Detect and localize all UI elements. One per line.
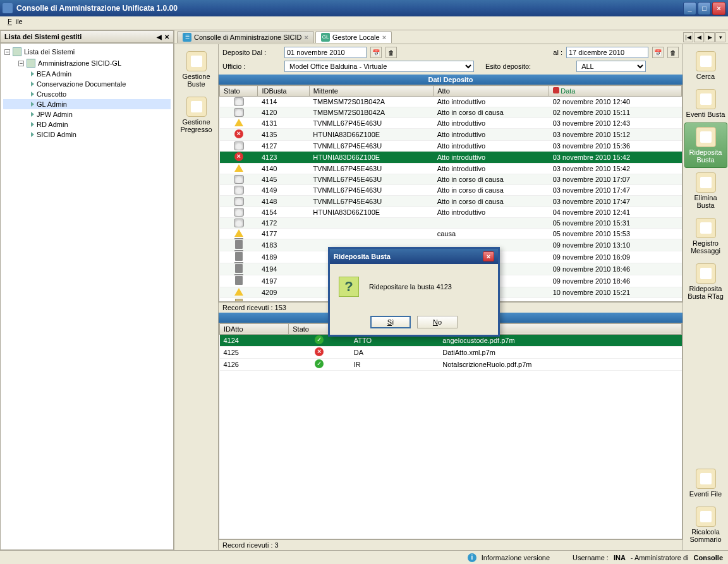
tool-icon — [696, 127, 716, 147]
tabs-row: ☰Consolle di Amministrazione SICID×GLGes… — [174, 30, 728, 44]
ufficio-select[interactable]: Model Office Balduina - Virtuale — [284, 61, 474, 72]
table-row[interactable]: 4140TVNMLL67P45E463UAtto introduttivo03 … — [220, 164, 682, 174]
right-tool-registro-messaggi[interactable]: Registro Messaggi — [684, 213, 727, 259]
tree-item-sicid-admin[interactable]: SICID Admin — [3, 129, 171, 140]
table-row[interactable]: 4127TVNMLL67P45E463UAtto introduttivo03 … — [220, 141, 682, 152]
stato-hand-icon — [234, 141, 244, 150]
close-button[interactable]: × — [712, 2, 725, 15]
tree-item-conservazione-documentale[interactable]: Conservazione Documentale — [3, 79, 171, 89]
dialog-titlebar: Rideposita Busta × — [330, 249, 498, 264]
status-role: - Amministratore di — [631, 554, 689, 561]
right-tool-rideposita-busta-rtag[interactable]: Rideposita Busta RTag — [684, 259, 727, 304]
dialog-close-button[interactable]: × — [483, 251, 494, 261]
tool-icon — [186, 97, 207, 117]
tree-node[interactable]: − Amministrazione SICID-GL — [3, 57, 171, 69]
col-idatto[interactable]: IDAtto — [220, 323, 289, 334]
dettaglio-footer: Record ricevuti : 3 — [219, 539, 682, 550]
stato-warn-icon — [234, 164, 243, 172]
stato-hand-icon — [234, 175, 244, 184]
tree-item-gl-admin[interactable]: GL Admin — [3, 99, 171, 109]
tree-item-cruscotto[interactable]: Cruscotto — [3, 89, 171, 99]
maximize-button[interactable]: □ — [698, 2, 711, 15]
right-tool-eventi-file[interactable]: Eventi File — [684, 464, 727, 502]
table-row[interactable]: 4149TVNMLL67P45E463UAtto in corso di cau… — [220, 185, 682, 196]
table-row[interactable]: 4114TMBMSM72S01B042AAtto introduttivo02 … — [220, 97, 682, 107]
col-mittente[interactable]: Mittente — [309, 86, 433, 97]
panel-close-icon[interactable]: ✕ — [164, 33, 169, 40]
table-row[interactable]: 4154HTUNIA83D66Z100EAtto introduttivo04 … — [220, 207, 682, 217]
info-icon[interactable]: i — [468, 553, 476, 562]
tree-item-jpw-admin[interactable]: JPW Admin — [3, 109, 171, 119]
side-tool-1[interactable]: Gestione Pregresso — [176, 92, 217, 138]
status-app: Consolle — [694, 554, 723, 561]
tab-close-icon[interactable]: × — [305, 33, 308, 41]
right-tool-cerca[interactable]: Cerca — [684, 47, 727, 85]
table-row[interactable]: 4177causa05 novembre 2010 15:53 — [220, 228, 682, 239]
right-tool-elimina-busta[interactable]: Elimina Busta — [684, 168, 727, 213]
col-idbusta[interactable]: IDBusta — [258, 86, 309, 97]
tree-item-rd-admin[interactable]: RD Admin — [3, 119, 171, 129]
tab-0[interactable]: ☰Consolle di Amministrazione SICID× — [177, 31, 314, 43]
dialog-no-button[interactable]: No — [417, 316, 458, 328]
table-row[interactable]: 4131TVNMLL67P45E463UAtto introduttivo03 … — [220, 118, 682, 129]
tree-toggle-icon[interactable]: − — [4, 49, 10, 55]
col-stato[interactable]: Stato — [220, 86, 258, 97]
stato-ok-icon — [315, 335, 324, 344]
tab-nav-menu[interactable]: ▾ — [715, 32, 725, 42]
al-label: al : — [553, 49, 562, 56]
stato-err-icon — [234, 129, 243, 138]
left-panel-title: Lista dei Sistemi gestiti — [4, 33, 82, 40]
table-row[interactable]: 4145TVNMLL67P45E463UAtto in corso di cau… — [220, 174, 682, 185]
stato-hand-icon — [234, 108, 244, 117]
clear-dal-icon[interactable]: 🗑 — [385, 47, 397, 58]
stato-hand-icon — [234, 97, 244, 106]
filter-bar: Deposito Dal : 📅 🗑 al : 📅 🗑 Ufficio : Mo… — [219, 44, 682, 75]
calendar-icon[interactable]: 📅 — [370, 47, 382, 58]
dialog-yes-button[interactable]: Sì — [370, 316, 411, 328]
table-row[interactable]: 4123HTUNIA83D66Z100EAtto introduttivo03 … — [220, 152, 682, 164]
tab-nav-first[interactable]: |◀ — [683, 32, 693, 42]
table-row[interactable]: 417205 novembre 2010 15:31 — [220, 217, 682, 228]
minimize-button[interactable]: _ — [683, 2, 696, 15]
deposito-dal-input[interactable] — [284, 47, 367, 58]
tree-root[interactable]: − Lista dei Sistemi — [3, 46, 171, 57]
panel-collapse-icon[interactable]: ◀ — [157, 33, 162, 40]
tab-nav-next[interactable]: ▶ — [705, 32, 715, 42]
table-row[interactable]: 4135HTUNIA83D66Z100EAtto introduttivo03 … — [220, 129, 682, 141]
status-user-label: Username : — [573, 554, 609, 561]
col-data[interactable]: Data — [549, 86, 682, 97]
bullet-icon — [31, 92, 34, 97]
table-row[interactable]: 4120TMBMSM72S01B042AAtto in corso di cau… — [220, 107, 682, 118]
clear-al-icon[interactable]: 🗑 — [667, 47, 679, 58]
right-tool-eventi-busta[interactable]: Eventi Busta — [684, 85, 727, 123]
systems-tree[interactable]: − Lista dei Sistemi − Amministrazione SI… — [0, 43, 174, 550]
table-row[interactable]: 4125DADatiAtto.xml.p7m — [220, 346, 682, 358]
stato-trash-icon — [235, 252, 243, 261]
table-row[interactable]: 4148TVNMLL67P45E463UAtto in corso di cau… — [220, 196, 682, 207]
stato-trash-icon — [235, 240, 243, 249]
bullet-icon — [31, 81, 34, 87]
tab-close-icon[interactable]: × — [382, 33, 386, 41]
al-input[interactable] — [566, 47, 648, 58]
stato-hand-icon — [234, 208, 244, 217]
menubar: File — [0, 16, 728, 30]
esito-select[interactable]: ALL — [576, 61, 646, 72]
ufficio-label: Ufficio : — [222, 63, 279, 70]
table-row[interactable]: 4126IRNotaIscrizioneRuolo.pdf.p7m — [220, 358, 682, 370]
right-tool-ricalcola-sommario[interactable]: Ricalcola Sommario — [684, 502, 727, 548]
tab-1[interactable]: GLGestore Locale× — [315, 31, 392, 43]
tab-nav-prev[interactable]: ◀ — [694, 32, 704, 42]
calendar-icon[interactable]: 📅 — [652, 47, 664, 58]
tool-icon — [696, 218, 716, 238]
stato-err-icon — [234, 152, 243, 161]
menu-file[interactable]: File — [4, 16, 30, 27]
tool-icon — [696, 51, 716, 71]
col-atto[interactable]: Atto — [434, 86, 549, 97]
side-tool-0[interactable]: Gestione Buste — [176, 47, 217, 92]
dettaglio-grid[interactable]: IDAttoStatoTipo AttoNome File 4124ATTOan… — [219, 323, 682, 540]
tree-toggle-icon[interactable]: − — [18, 61, 24, 66]
tree-item-bea-admin[interactable]: BEA Admin — [3, 69, 171, 79]
right-tool-rideposita-busta[interactable]: Rideposita Busta — [684, 123, 727, 168]
status-info[interactable]: Informazione versione — [482, 554, 550, 561]
question-icon: ? — [339, 277, 359, 297]
